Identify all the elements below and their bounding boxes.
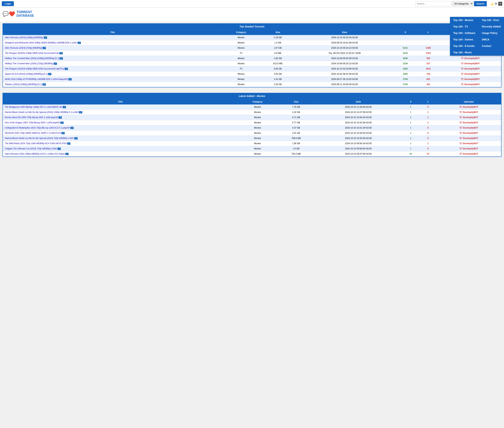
table-row: Romeo Must Die 2000 720p Bluray DD5 1 x2… <box>3 115 501 120</box>
torrent-title-link[interactable]: Kiss of the Dragon 2001 720p Bluray DD5 … <box>5 121 60 124</box>
magnet-icon[interactable]: 🔗 <box>70 127 74 129</box>
magnet-icon[interactable]: 🔗 <box>59 116 62 119</box>
category-cell: Movies <box>222 56 260 61</box>
uploader-icon: 🛡 <box>461 73 464 75</box>
nav-item-top100-tv[interactable]: Top 100 - TV <box>450 23 479 30</box>
magnet-icon[interactable]: 🔗 <box>59 52 63 54</box>
uploader-name[interactable]: DevelopifyBOT <box>464 83 480 86</box>
leeches-cell: 0 <box>420 136 437 141</box>
nav-item-recently-added[interactable]: Recently Added <box>479 23 504 30</box>
magnet-icon[interactable]: 🔗 <box>60 57 63 60</box>
uploader-name[interactable]: DevelopifyBOT <box>463 153 478 155</box>
leeches-cell: 353 <box>417 56 440 61</box>
uploader-cell: 🛡DevelopifyBOT <box>437 151 501 156</box>
search-input[interactable] <box>415 1 451 6</box>
magnet-icon[interactable]: 🔗 <box>61 132 65 134</box>
magnet-icon[interactable]: 🔗 <box>78 42 81 44</box>
col-date: Date <box>295 29 394 35</box>
col-uploader: Uploader <box>437 99 501 104</box>
category-cell: Movies <box>222 35 260 40</box>
magnet-icon[interactable]: 🔗 <box>48 73 51 75</box>
torrent-title-link[interactable]: Wolfs.2024.1080p.ATVP.WEBRip.1400MB.DD5.… <box>5 78 68 80</box>
nav-item-top100-ebooks[interactable]: Top 100 - E-books <box>450 43 479 49</box>
nav-item-top100-games[interactable]: Top 100 - Games <box>450 36 479 43</box>
col-title: Title <box>3 29 222 35</box>
uploader-name[interactable]: DevelopifyBOT <box>463 137 478 140</box>
nav-item-usage-policy[interactable]: Usage Policy <box>479 30 504 36</box>
torrent-title-link[interactable]: Deadpool.and.Wolverine.2024.1080p.AMZN.W… <box>5 41 77 44</box>
nav-table: Top 100 - Movies Top 100 - Porn Top 100 … <box>450 17 504 56</box>
leeches-cell: 47 <box>420 151 437 156</box>
nav-item-dmca[interactable]: DMCA <box>479 36 504 43</box>
torrent-title-link[interactable]: Rachel Bloom Death Let Me Do My Special … <box>5 137 74 140</box>
logo: 💬❤️ TORRENT DATABASE <box>2 9 502 19</box>
nav-item-top100-music[interactable]: Top 100 - Music <box>450 49 479 56</box>
magnet-icon[interactable]: 🔗 <box>58 148 61 150</box>
category-cell: Movies <box>222 71 260 76</box>
search-button[interactable]: Search <box>474 1 487 6</box>
torrent-title-link[interactable]: Speak No Evil (2024) [1080p] [WEBRip] [5… <box>5 73 48 75</box>
latest-movies-tbody: The Bodyguard 1992 BluRay 1080p DD 5 1 x… <box>3 104 501 156</box>
torrent-title-link[interactable]: Alien.Romulus.2024.1080p.WEBRip.AAC5.1.1… <box>5 153 65 155</box>
leeches-cell: 0 <box>420 130 437 136</box>
magnet-icon[interactable]: 🔗 <box>65 68 68 70</box>
magnet-icon[interactable]: 🔗 <box>60 122 64 124</box>
category-cell: Movies <box>237 109 278 115</box>
torrent-title-link[interactable]: Alien Romulus (2024) [720p] [WEBRip] <box>5 47 42 49</box>
torrent-title-link[interactable]: Hellboy The Crooked Man (2024) [1080p] [… <box>5 57 59 60</box>
category-cell: Movies <box>237 146 278 151</box>
magnet-icon[interactable]: 🔗 <box>68 78 72 80</box>
torrent-title-link[interactable]: Rachel Bloom Death Let Me Do My Special … <box>5 111 79 114</box>
size-cell: 2.03 GB <box>260 71 295 76</box>
settings-icon[interactable]: ⚙ <box>495 2 497 5</box>
torrent-title-link[interactable]: Romeo Must Die 2000 720p Bluray DD5 1 x2… <box>5 116 58 119</box>
uploader-name[interactable]: DevelopifyBOT <box>464 73 480 75</box>
col-leeches: L <box>417 29 440 35</box>
uploader-name[interactable]: DevelopifyBOT <box>463 132 478 134</box>
nav-item-top100-movies[interactable]: Top 100 - Movies <box>450 17 479 23</box>
uploader-name[interactable]: DevelopifyBOT <box>464 78 480 80</box>
uploader-name[interactable]: DevelopifyBOT <box>463 127 478 129</box>
magnet-icon[interactable]: 🔗 <box>42 83 46 86</box>
login-button[interactable]: Login <box>2 1 14 6</box>
torrent-title-link[interactable]: Twisters (2024) [1080p] [WEBRip] [5.1] <box>5 83 42 86</box>
torrent-title-link[interactable]: REAGAN 2024 720p AMZN WEB-DL DDP5 1 H 26… <box>5 132 61 134</box>
nav-item-top100-software[interactable]: Top 100 - Software <box>450 30 479 36</box>
torrent-title-link[interactable]: Caligula The Ultimate Cut (2023) 720p WE… <box>5 147 57 150</box>
category-cell: Movies <box>222 82 260 87</box>
dark-mode-icon[interactable]: 🌙 <box>490 2 494 5</box>
torrent-title-link[interactable]: The.Penguin.S01E04.1080p.WEB.H264-Succes… <box>5 67 64 70</box>
uploader-cell: 🛡DevelopifyBOT <box>440 82 501 87</box>
nav-item-top100-porn[interactable]: Top 100 - Porn <box>479 17 504 23</box>
magnet-icon[interactable]: 🔗 <box>74 137 78 140</box>
torrent-title-link[interactable]: Alien Romulus (2024) [1080p] [WEBRip] <box>5 36 43 39</box>
magnet-icon[interactable]: 🔗 <box>65 153 69 155</box>
uploader-name[interactable]: DevelopifyBOT <box>463 142 478 145</box>
uploader-icon: 🛡 <box>460 147 462 150</box>
uploader-name[interactable]: DevelopifyBOT <box>464 67 480 70</box>
uploader-name[interactable]: DevelopifyBOT <box>464 62 480 65</box>
nav-item-contact[interactable]: Contact <box>479 43 504 49</box>
magnet-icon[interactable]: 🔗 <box>63 106 66 108</box>
magnet-icon[interactable]: 🔗 <box>44 36 47 39</box>
uploader-name[interactable]: DevelopifyBOT <box>463 147 478 150</box>
close-icon[interactable]: ✕ <box>498 2 502 6</box>
uploader-name[interactable]: DevelopifyBOT <box>463 111 478 114</box>
torrent-title-link[interactable]: The Penguin S01E03 1080p WEB H264-Succes… <box>5 52 59 54</box>
torrent-title-link[interactable]: Hellboy The Crooked Man (2024) [720p] [W… <box>5 62 53 65</box>
magnet-icon[interactable]: 🔗 <box>67 142 70 145</box>
torrent-title-link[interactable]: The Bodyguard 1992 BluRay 1080p DD 5 1 x… <box>5 106 62 108</box>
magnet-icon[interactable]: 🔗 <box>79 111 82 114</box>
uploader-name[interactable]: DevelopifyBOT <box>464 57 480 60</box>
magnet-icon[interactable]: 🔗 <box>54 62 57 65</box>
seeds-cell <box>394 35 417 40</box>
torrent-title-link[interactable]: The Wild Robot 2024 720p 10bit WEBRip 6C… <box>5 142 67 145</box>
uploader-name[interactable]: DevelopifyBOT <box>463 121 478 124</box>
uploader-name[interactable]: DevelopifyBOT <box>463 106 478 108</box>
magnet-icon[interactable]: 🔗 <box>42 47 46 49</box>
category-cell: Movies <box>237 151 278 156</box>
table-row: Alien.Romulus.2024.1080p.WEBRip.AAC5.1.1… <box>3 151 501 156</box>
torrent-title-link[interactable]: Undisputed III Redemption 2010 720p Blu-… <box>5 127 70 129</box>
category-select[interactable]: All CategoriesMoviesTVMusicGamesSoftware… <box>452 1 473 6</box>
uploader-name[interactable]: DevelopifyBOT <box>463 116 478 119</box>
